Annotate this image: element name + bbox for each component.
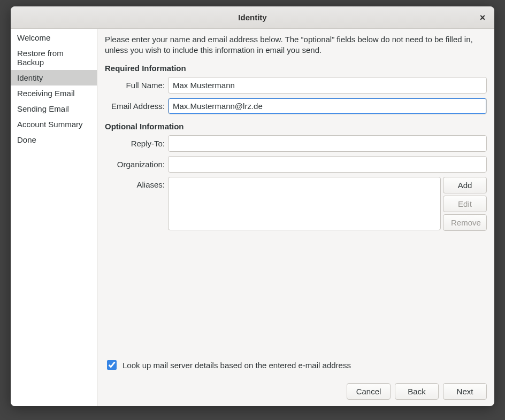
label-full-name: Full Name: — [105, 81, 168, 90]
intro-text: Please enter your name and email address… — [105, 34, 487, 56]
alias-remove-button[interactable]: Remove — [443, 214, 487, 231]
row-full-name: Full Name: — [105, 77, 487, 94]
row-organization: Organization: — [105, 156, 487, 173]
account-setup-window: Identity × Welcome Restore from Backup I… — [11, 6, 494, 406]
cancel-button[interactable]: Cancel — [347, 383, 391, 400]
aliases-list[interactable] — [168, 177, 441, 230]
lookup-row: Look up mail server details based on the… — [105, 359, 487, 371]
footer: Cancel Back Next — [105, 379, 487, 400]
alias-button-group: Add Edit Remove — [443, 177, 487, 231]
next-button[interactable]: Next — [443, 383, 487, 400]
sidebar-item-label: Sending Email — [17, 104, 69, 113]
full-name-input[interactable] — [168, 77, 487, 94]
reply-to-input[interactable] — [168, 135, 487, 152]
row-aliases: Aliases: Add Edit Remove — [105, 177, 487, 231]
sidebar-item-done[interactable]: Done — [11, 132, 97, 147]
row-email: Email Address: — [105, 98, 487, 114]
sidebar-item-sending[interactable]: Sending Email — [11, 101, 97, 116]
label-reply-to: Reply-To: — [105, 139, 168, 148]
sidebar-item-label: Done — [17, 135, 36, 144]
row-reply-to: Reply-To: — [105, 135, 487, 152]
sidebar-item-label: Identity — [17, 73, 43, 82]
sidebar-item-identity[interactable]: Identity — [11, 70, 97, 85]
dialog-body: Welcome Restore from Backup Identity Rec… — [11, 29, 494, 406]
alias-edit-button[interactable]: Edit — [443, 196, 487, 212]
alias-add-button[interactable]: Add — [443, 177, 487, 193]
lookup-label: Look up mail server details based on the… — [123, 361, 351, 370]
spacer — [105, 235, 487, 355]
email-input[interactable] — [168, 98, 487, 114]
close-button[interactable]: × — [475, 10, 490, 25]
optional-heading: Optional Information — [105, 122, 487, 131]
lookup-checkbox[interactable] — [107, 360, 117, 370]
organization-input[interactable] — [168, 156, 487, 173]
sidebar-item-label: Restore from Backup — [17, 49, 64, 67]
label-organization: Organization: — [105, 160, 168, 169]
required-heading: Required Information — [105, 64, 487, 73]
sidebar-item-restore[interactable]: Restore from Backup — [11, 45, 97, 70]
sidebar-item-summary[interactable]: Account Summary — [11, 116, 97, 132]
titlebar: Identity × — [11, 6, 494, 29]
sidebar-item-receiving[interactable]: Receiving Email — [11, 85, 97, 101]
label-email: Email Address: — [105, 102, 168, 111]
main-panel: Please enter your name and email address… — [97, 29, 494, 406]
sidebar-item-label: Account Summary — [17, 120, 83, 129]
close-icon: × — [480, 12, 486, 23]
sidebar-item-label: Welcome — [17, 33, 50, 42]
window-title: Identity — [238, 13, 266, 22]
sidebar-item-welcome[interactable]: Welcome — [11, 30, 97, 45]
label-aliases: Aliases: — [105, 177, 168, 189]
sidebar-item-label: Receiving Email — [17, 89, 75, 98]
sidebar: Welcome Restore from Backup Identity Rec… — [11, 29, 97, 406]
back-button[interactable]: Back — [395, 383, 439, 400]
